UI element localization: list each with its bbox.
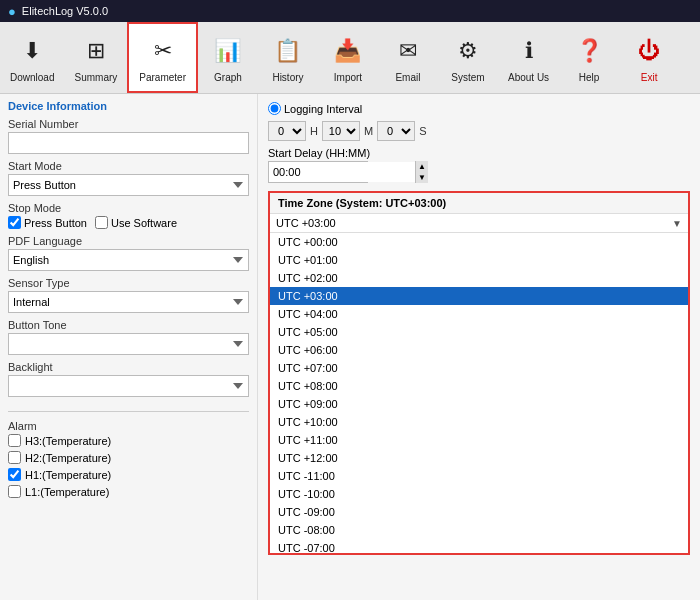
backlight-select[interactable] bbox=[8, 375, 249, 397]
timezone-dropdown-list[interactable]: UTC +00:00UTC +01:00UTC +02:00UTC +03:00… bbox=[270, 233, 688, 553]
logging-h-select[interactable]: 0123 bbox=[268, 121, 306, 141]
start-mode-label: Start Mode bbox=[8, 160, 249, 172]
alarm-checkbox-h2[interactable] bbox=[8, 451, 21, 464]
timezone-option-13[interactable]: UTC -11:00 bbox=[270, 467, 688, 485]
timezone-dropdown-container: Time Zone (System: UTC+03:00) UTC +03:00… bbox=[268, 191, 690, 555]
timezone-option-11[interactable]: UTC +11:00 bbox=[270, 431, 688, 449]
timezone-dropdown-arrow: ▼ bbox=[672, 218, 682, 229]
timezone-option-0[interactable]: UTC +00:00 bbox=[270, 233, 688, 251]
timezone-option-10[interactable]: UTC +10:00 bbox=[270, 413, 688, 431]
toolbar-btn-graph[interactable]: 📊Graph bbox=[198, 22, 258, 93]
timezone-option-8[interactable]: UTC +08:00 bbox=[270, 377, 688, 395]
toolbar-btn-email[interactable]: ✉Email bbox=[378, 22, 438, 93]
alarm-label: Alarm bbox=[8, 420, 249, 432]
toolbar-label-summary: Summary bbox=[74, 72, 117, 83]
timezone-option-16[interactable]: UTC -08:00 bbox=[270, 521, 688, 539]
stop-use-software-label[interactable]: Use Software bbox=[95, 216, 177, 229]
timezone-option-6[interactable]: UTC +06:00 bbox=[270, 341, 688, 359]
toolbar-label-exit: Exit bbox=[641, 72, 658, 83]
backlight-label: Backlight bbox=[8, 361, 249, 373]
toolbar-label-email: Email bbox=[395, 72, 420, 83]
stop-mode-row: Press Button Use Software bbox=[8, 216, 249, 229]
help-icon: ❓ bbox=[571, 33, 607, 69]
timezone-option-4[interactable]: UTC +04:00 bbox=[270, 305, 688, 323]
alarm-checkbox-h3[interactable] bbox=[8, 434, 21, 447]
timezone-option-3[interactable]: UTC +03:00 bbox=[270, 287, 688, 305]
alarm-section: Alarm H3:(Temperature)H2:(Temperature)H1… bbox=[8, 420, 249, 498]
stop-press-button-checkbox[interactable] bbox=[8, 216, 21, 229]
history-icon: 📋 bbox=[270, 33, 306, 69]
alarm-item-h2: H2:(Temperature) bbox=[8, 451, 249, 464]
toolbar-label-help: Help bbox=[579, 72, 600, 83]
timezone-dropdown-header: Time Zone (System: UTC+03:00) bbox=[270, 193, 688, 214]
toolbar-label-download: Download bbox=[10, 72, 54, 83]
button-tone-label: Button Tone bbox=[8, 319, 249, 331]
timezone-option-15[interactable]: UTC -09:00 bbox=[270, 503, 688, 521]
stop-use-software-checkbox[interactable] bbox=[95, 216, 108, 229]
timezone-option-9[interactable]: UTC +09:00 bbox=[270, 395, 688, 413]
start-mode-select[interactable]: Press ButtonImmediatelyTime Start bbox=[8, 174, 249, 196]
timezone-selected-value: UTC +03:00 bbox=[276, 217, 336, 229]
toolbar-btn-exit[interactable]: ⏻Exit bbox=[619, 22, 679, 93]
sensor-type-label: Sensor Type bbox=[8, 277, 249, 289]
timezone-option-7[interactable]: UTC +07:00 bbox=[270, 359, 688, 377]
alarm-item-h3: H3:(Temperature) bbox=[8, 434, 249, 447]
graph-icon: 📊 bbox=[210, 33, 246, 69]
toolbar-label-parameter: Parameter bbox=[139, 72, 186, 83]
app-icon: ● bbox=[8, 4, 16, 19]
main-layout: Device Information Serial Number Start M… bbox=[0, 94, 700, 600]
timezone-option-14[interactable]: UTC -10:00 bbox=[270, 485, 688, 503]
serial-number-input[interactable] bbox=[8, 132, 249, 154]
alarm-checkbox-h1[interactable] bbox=[8, 468, 21, 481]
timezone-option-17[interactable]: UTC -07:00 bbox=[270, 539, 688, 553]
timezone-option-5[interactable]: UTC +05:00 bbox=[270, 323, 688, 341]
logging-m-select[interactable]: 0123456789101112131415161718192021222324… bbox=[322, 121, 360, 141]
start-delay-row: ▲ ▼ bbox=[268, 161, 690, 183]
app-title: ElitechLog V5.0.0 bbox=[22, 5, 108, 17]
logging-s-select[interactable]: 030 bbox=[377, 121, 415, 141]
toolbar: ⬇Download⊞Summary✂Parameter📊Graph📋Histor… bbox=[0, 22, 700, 94]
pdf-language-select[interactable]: EnglishChineseFrenchGerman bbox=[8, 249, 249, 271]
toolbar-btn-summary[interactable]: ⊞Summary bbox=[64, 22, 127, 93]
alarm-item-h1: H1:(Temperature) bbox=[8, 468, 249, 481]
toolbar-label-system: System bbox=[451, 72, 484, 83]
button-tone-select[interactable] bbox=[8, 333, 249, 355]
start-delay-spinners: ▲ ▼ bbox=[415, 161, 428, 183]
toolbar-label-history: History bbox=[272, 72, 303, 83]
pdf-language-label: PDF Language bbox=[8, 235, 249, 247]
alarm-label-h3: H3:(Temperature) bbox=[25, 435, 111, 447]
stop-press-button-label[interactable]: Press Button bbox=[8, 216, 87, 229]
timezone-selected-row[interactable]: UTC +03:00 ▼ bbox=[270, 214, 688, 233]
device-info-title: Device Information bbox=[8, 100, 249, 112]
summary-icon: ⊞ bbox=[78, 33, 114, 69]
timezone-option-1[interactable]: UTC +01:00 bbox=[270, 251, 688, 269]
alarm-label-h1: H1:(Temperature) bbox=[25, 469, 111, 481]
toolbar-btn-download[interactable]: ⬇Download bbox=[0, 22, 64, 93]
timezone-option-2[interactable]: UTC +02:00 bbox=[270, 269, 688, 287]
logging-interval-radio[interactable] bbox=[268, 102, 281, 115]
toolbar-btn-system[interactable]: ⚙System bbox=[438, 22, 498, 93]
timezone-option-12[interactable]: UTC +12:00 bbox=[270, 449, 688, 467]
download-icon: ⬇ bbox=[14, 33, 50, 69]
toolbar-btn-history[interactable]: 📋History bbox=[258, 22, 318, 93]
start-delay-input-wrap: ▲ ▼ bbox=[268, 161, 368, 183]
toolbar-label-about: About Us bbox=[508, 72, 549, 83]
toolbar-btn-import[interactable]: 📥Import bbox=[318, 22, 378, 93]
start-delay-down-btn[interactable]: ▼ bbox=[415, 172, 428, 183]
right-panel: Logging Interval 0123 H 0123456789101112… bbox=[258, 94, 700, 600]
toolbar-btn-about[interactable]: ℹAbout Us bbox=[498, 22, 559, 93]
parameter-icon: ✂ bbox=[145, 33, 181, 69]
alarm-checkbox-l1[interactable] bbox=[8, 485, 21, 498]
sensor-type-select[interactable]: InternalExternal bbox=[8, 291, 249, 313]
alarm-label-h2: H2:(Temperature) bbox=[25, 452, 111, 464]
title-bar: ● ElitechLog V5.0.0 bbox=[0, 0, 700, 22]
toolbar-btn-parameter[interactable]: ✂Parameter bbox=[127, 22, 198, 93]
alarm-item-l1: L1:(Temperature) bbox=[8, 485, 249, 498]
start-delay-label: Start Delay (HH:MM) bbox=[268, 147, 690, 159]
import-icon: 📥 bbox=[330, 33, 366, 69]
start-delay-input[interactable] bbox=[269, 162, 415, 182]
logging-interval-radio-label[interactable]: Logging Interval bbox=[268, 102, 362, 115]
start-delay-up-btn[interactable]: ▲ bbox=[415, 161, 428, 172]
alarm-label-l1: L1:(Temperature) bbox=[25, 486, 109, 498]
toolbar-btn-help[interactable]: ❓Help bbox=[559, 22, 619, 93]
